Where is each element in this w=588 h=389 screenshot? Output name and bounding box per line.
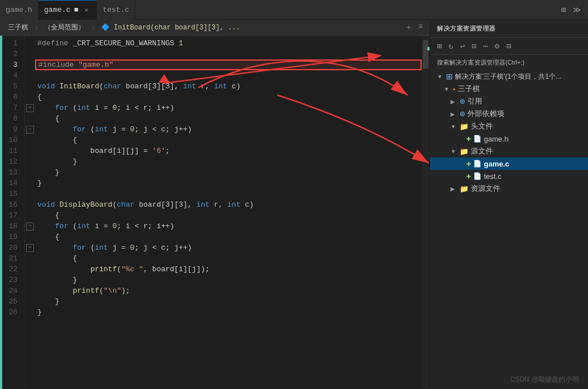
code-content[interactable]: #define _CRT_SECURE_NO_WARNINGS 1 #inclu… xyxy=(35,36,422,389)
toolbar-action-btn[interactable]: ＋ xyxy=(403,22,414,33)
folder-icon: 📁 xyxy=(460,122,469,131)
game-h-label: game.h xyxy=(484,135,508,143)
sidebar-btn-3[interactable]: ↩ xyxy=(458,40,467,52)
ref-icon: ⊛ xyxy=(460,97,465,105)
arrow-solution xyxy=(437,74,444,80)
external-icon: ⊛ xyxy=(460,110,465,118)
scope-dropdown[interactable]: 三子棋 xyxy=(5,22,32,33)
split-editor-btn[interactable]: ⊞ xyxy=(559,4,568,16)
code-line-25: } xyxy=(35,296,422,307)
arrow-external xyxy=(450,111,457,117)
code-line-15 xyxy=(35,189,422,199)
sidebar-btn-5[interactable]: ⋯ xyxy=(481,40,490,52)
sidebar-search: 搜索解决方案资源管理器(Ctrl+;) xyxy=(430,55,588,70)
code-line-12: } xyxy=(35,156,422,167)
gutter: − − − − xyxy=(25,36,35,389)
check-icon-3: ✚ xyxy=(466,173,471,179)
code-line-19: { xyxy=(35,232,422,242)
tree-resource-folder[interactable]: 📁 资源文件 xyxy=(430,182,588,195)
sidebar-btn-7[interactable]: ⊟ xyxy=(504,40,513,52)
scrollbar[interactable] xyxy=(422,36,430,389)
header-folder-label: 头文件 xyxy=(471,121,493,131)
code-line-2 xyxy=(35,49,422,59)
game-c-label: game.c xyxy=(484,160,509,168)
tree-solution[interactable]: ⊞ 解决方案'三子棋'(1个项目，共1个... xyxy=(430,70,588,83)
test-c-label: test.c xyxy=(484,172,501,181)
tab-game-h[interactable]: game.h xyxy=(0,0,38,20)
solution-icon: ⊞ xyxy=(446,72,453,81)
tab-close-btn[interactable]: ✕ xyxy=(81,6,91,15)
tree-source-folder[interactable]: 📁 源文件 xyxy=(430,145,588,157)
tab-test-c[interactable]: test.c xyxy=(97,0,135,20)
code-line-26: } xyxy=(35,307,422,318)
tree-game-c[interactable]: ✚ 📄 game.c xyxy=(430,157,588,170)
tree-test-c[interactable]: ✚ 📄 test.c xyxy=(430,170,588,182)
file-c-icon-1: 📄 xyxy=(473,160,482,168)
toolbar-action-btn2[interactable]: ≡ xyxy=(417,22,425,33)
more-tabs-btn[interactable]: ≫ xyxy=(570,4,583,16)
tree-ref[interactable]: ⊛ 引用 xyxy=(430,95,588,108)
code-line-14: } xyxy=(35,178,422,189)
sidebar-btn-6[interactable]: ⚙ xyxy=(492,40,501,52)
project-icon: ▪ xyxy=(453,85,456,93)
arrow-source xyxy=(450,148,457,155)
check-icon-2: ✚ xyxy=(466,161,471,167)
tab-label: game.h xyxy=(6,6,32,14)
source-folder-icon: 📁 xyxy=(460,147,469,156)
tab-bar: game.h game.c ■ ✕ test.c ⊞ ≫ xyxy=(0,0,588,20)
sidebar-title: 解决方案资源管理器 xyxy=(430,20,588,38)
arrow-ref xyxy=(450,99,457,105)
collapse-btn-7[interactable]: − xyxy=(26,104,34,112)
solution-label: 解决方案'三子棋'(1个项目，共1个... xyxy=(455,72,561,82)
tab-label: test.c xyxy=(102,6,129,14)
tab-bar-actions: ⊞ ≫ xyxy=(555,4,588,16)
source-folder-label: 源文件 xyxy=(471,146,493,156)
code-area: 三子棋 › （全局范围） › 🔷 InitBoard(char board[3]… xyxy=(0,20,430,389)
resource-folder-label: 资源文件 xyxy=(471,183,500,194)
sidebar-btn-2[interactable]: ↻ xyxy=(446,40,455,52)
editor: 1 2 3 4 5 6 7 8 9 10 11 12 13 14 15 16 1… xyxy=(0,36,430,389)
tab-game-c[interactable]: game.c ■ ✕ xyxy=(38,0,97,20)
watermark: CSDN @敲键盘的小明 xyxy=(510,375,579,384)
project-label: 三子棋 xyxy=(458,84,480,94)
collapse-btn-18[interactable]: − xyxy=(26,223,34,230)
collapse-btn-9[interactable]: − xyxy=(26,126,34,134)
sidebar: 解决方案资源管理器 ⊞ ↻ ↩ ⊡ ⋯ ⚙ ⊟ 搜索解决方案资源管理器(Ctrl… xyxy=(430,20,588,389)
code-line-21: { xyxy=(35,253,422,264)
code-line-4 xyxy=(35,70,422,81)
code-line-9: for (int j = 0; j < c; j++) xyxy=(35,124,422,135)
check-icon-1: ✚ xyxy=(466,136,471,142)
code-line-23: } xyxy=(35,275,422,285)
file-c-icon-2: 📄 xyxy=(473,172,482,180)
scope-select[interactable]: （全局范围） xyxy=(41,22,88,33)
code-line-1: #define _CRT_SECURE_NO_WARNINGS 1 xyxy=(35,38,422,49)
code-line-22: printf("%c ", board[i][j]); xyxy=(35,264,422,275)
main-content: 三子棋 › （全局范围） › 🔷 InitBoard(char board[3]… xyxy=(0,20,588,389)
tree-header-folder[interactable]: 📁 头文件 xyxy=(430,120,588,132)
sidebar-btn-1[interactable]: ⊞ xyxy=(435,40,444,52)
tree-project[interactable]: ▪ 三子棋 xyxy=(430,83,588,95)
tree: ⊞ 解决方案'三子棋'(1个项目，共1个... ▪ 三子棋 ⊛ 引用 ⊛ 外部依… xyxy=(430,70,588,389)
collapse-btn-20[interactable]: − xyxy=(26,244,34,252)
toolbar-sep2: › xyxy=(91,23,95,32)
resource-folder-icon: 📁 xyxy=(460,185,469,193)
function-select[interactable]: 🔷 InitBoard(char board[3][3], ... xyxy=(98,22,243,33)
code-toolbar: 三子棋 › （全局范围） › 🔷 InitBoard(char board[3]… xyxy=(0,20,430,36)
code-line-10: { xyxy=(35,135,422,146)
code-line-24: printf("\n"); xyxy=(35,285,422,296)
line-numbers: 1 2 3 4 5 6 7 8 9 10 11 12 13 14 15 16 1… xyxy=(2,36,25,389)
arrow-resource xyxy=(450,186,457,192)
tree-game-h[interactable]: ✚ 📄 game.h xyxy=(430,132,588,145)
code-line-11: board[i][j] = '6'; xyxy=(35,146,422,156)
tab-modified-dot: ■ xyxy=(74,6,79,14)
arrow-header xyxy=(450,123,457,130)
code-line-20: for (int j = 0; j < c; j++) xyxy=(35,242,422,253)
external-label: 外部依赖项 xyxy=(467,109,504,119)
tree-external[interactable]: ⊛ 外部依赖项 xyxy=(430,108,588,120)
code-line-3: #include "game.h" xyxy=(35,59,422,70)
code-line-5: void InitBoard(char board[3][3], int r, … xyxy=(35,81,422,92)
ref-label: 引用 xyxy=(467,96,482,106)
code-line-8: { xyxy=(35,113,422,124)
toolbar-sep1: › xyxy=(34,23,38,32)
sidebar-btn-4[interactable]: ⊡ xyxy=(469,40,478,52)
